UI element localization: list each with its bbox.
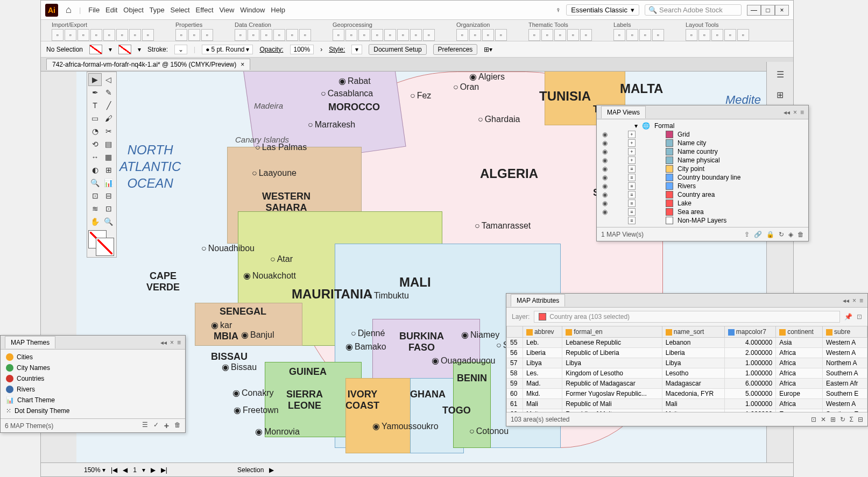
theme-row[interactable]: Cities: [1, 352, 185, 362]
toolbar-button[interactable]: ▫: [724, 29, 736, 41]
refresh-icon[interactable]: ↻: [779, 231, 784, 238]
tool-button[interactable]: ▭: [88, 112, 102, 125]
column-header[interactable]: [507, 326, 523, 338]
visibility-icon[interactable]: ◉: [601, 174, 609, 181]
toolbar-button[interactable]: ▫: [260, 29, 272, 41]
toolbar-button[interactable]: ▫: [52, 29, 63, 41]
home-icon[interactable]: ⌂: [66, 4, 72, 16]
panel-tab[interactable]: MAP Attributes: [511, 294, 565, 307]
tool-icon[interactable]: ✕: [821, 416, 826, 423]
visibility-icon[interactable]: ◉: [601, 131, 609, 138]
toolbar-button[interactable]: ▫: [711, 29, 723, 41]
toolbar-button[interactable]: ▫: [103, 29, 115, 41]
toolbar-button[interactable]: ▫: [410, 29, 422, 41]
menu-file[interactable]: File: [88, 6, 100, 14]
nav-next-icon[interactable]: ▶: [151, 466, 156, 474]
tool-button[interactable]: ↔: [88, 151, 102, 163]
layer-row[interactable]: ◉+Name city: [597, 139, 808, 147]
menu-window[interactable]: Window: [240, 6, 265, 14]
chevron-down-icon[interactable]: ▾: [138, 46, 141, 53]
expand-icon[interactable]: +: [628, 148, 636, 155]
expand-icon[interactable]: ≡: [628, 200, 636, 207]
toolbar-button[interactable]: ▫: [273, 29, 285, 41]
new-icon[interactable]: ◈: [788, 231, 793, 238]
tool-button[interactable]: 🖌: [102, 112, 115, 125]
tool-button[interactable]: 📊: [102, 176, 115, 189]
trash-icon[interactable]: 🗑: [174, 421, 181, 431]
column-header[interactable]: mapcolor7: [724, 326, 775, 338]
tool-button[interactable]: ≋: [88, 202, 102, 215]
toolbar-button[interactable]: ▫: [235, 29, 246, 41]
expand-icon[interactable]: ≡: [628, 208, 636, 216]
align-icon[interactable]: ⊞▾: [484, 46, 492, 53]
visibility-icon[interactable]: ◉: [601, 208, 609, 216]
check-icon[interactable]: ✓: [153, 421, 159, 431]
toolbar-button[interactable]: ▫: [77, 29, 89, 41]
toolbar-button[interactable]: ▫: [469, 29, 481, 41]
expand-icon[interactable]: +: [628, 139, 636, 147]
column-header[interactable]: formal_en: [562, 326, 662, 338]
toolbar-button[interactable]: ▫: [175, 29, 187, 41]
toolbar-button[interactable]: ▫: [201, 29, 213, 41]
table-row[interactable]: 58Les.Kingdom of LesothoLesotho1.000000A…: [507, 368, 867, 379]
close-button[interactable]: ×: [775, 5, 789, 16]
nav-last-icon[interactable]: ▶|: [161, 466, 167, 474]
expand-icon[interactable]: +: [628, 131, 636, 138]
toolbar-button[interactable]: ▫: [65, 29, 76, 41]
layer-row[interactable]: ◉+Name physical: [597, 156, 808, 165]
column-header[interactable]: name_sort: [662, 326, 724, 338]
tool-button[interactable]: ◔: [88, 125, 102, 138]
tool-button[interactable]: T: [88, 99, 102, 112]
toolbar-button[interactable]: ▫: [456, 29, 468, 41]
visibility-icon[interactable]: ◉: [601, 191, 609, 198]
column-header[interactable]: subre: [823, 326, 867, 338]
toolbar-button[interactable]: ▫: [248, 29, 259, 41]
menu-object[interactable]: Object: [123, 6, 144, 14]
expand-icon[interactable]: ≡: [628, 217, 636, 224]
theme-row[interactable]: Rivers: [1, 384, 185, 395]
tool-button[interactable]: ▦: [102, 151, 115, 163]
toolbar-button[interactable]: ▫: [554, 29, 566, 41]
visibility-icon[interactable]: ◉: [601, 148, 609, 155]
theme-row[interactable]: City Names: [1, 362, 185, 373]
visibility-icon[interactable]: ◉: [601, 156, 609, 164]
toolbar-button[interactable]: ▫: [495, 29, 507, 41]
menu-icon[interactable]: ≡: [800, 109, 804, 116]
toolbar-button[interactable]: ▫: [423, 29, 435, 41]
layer-row[interactable]: ◉≡Sea area: [597, 208, 808, 216]
menu-icon[interactable]: ≡: [859, 297, 863, 304]
tool-button[interactable]: ◐: [88, 163, 102, 176]
visibility-icon[interactable]: ◉: [601, 139, 609, 147]
layer-row[interactable]: ◉+Name country: [597, 147, 808, 156]
expand-icon[interactable]: ≡: [628, 191, 636, 198]
menu-icon[interactable]: ≡: [177, 339, 181, 346]
panel-tab[interactable]: MAP Themes: [5, 336, 55, 348]
toolbar-button[interactable]: ▫: [384, 29, 396, 41]
toolbar-button[interactable]: ▫: [188, 29, 200, 41]
stroke-weight-input[interactable]: ⌄: [174, 45, 187, 54]
layer-selector[interactable]: Country area (103 selected): [534, 311, 840, 323]
toolbar-button[interactable]: ▫: [90, 29, 102, 41]
tool-icon[interactable]: ↻: [840, 416, 845, 423]
nav-prev-icon[interactable]: ◀: [123, 466, 128, 474]
zoom-input[interactable]: 150% ▾: [84, 466, 105, 474]
add-icon[interactable]: +: [164, 421, 169, 431]
fill-swatch[interactable]: [89, 45, 102, 54]
table-row[interactable]: 55Leb.Lebanese RepublicLebanon4.000000As…: [507, 338, 867, 348]
brush-def-input[interactable]: ● 5 pt. Round ▾: [202, 45, 253, 54]
document-setup-button[interactable]: Document Setup: [369, 44, 426, 55]
menu-select[interactable]: Select: [171, 6, 190, 14]
toolbar-button[interactable]: ▫: [286, 29, 298, 41]
layer-row[interactable]: ◉+Grid: [597, 130, 808, 139]
tool-button[interactable]: ✎: [102, 86, 115, 99]
table-row[interactable]: 59Mad.Republic of MadagascarMadagascar6.…: [507, 379, 867, 389]
page-input[interactable]: 1: [133, 466, 137, 474]
toolbar-button[interactable]: ▫: [580, 29, 592, 41]
tool-button[interactable]: ⊡: [88, 189, 102, 202]
collapse-icon[interactable]: ◂◂: [843, 297, 849, 304]
list-icon[interactable]: ☰: [142, 421, 148, 431]
close-icon[interactable]: ×: [852, 297, 856, 304]
toolbar-button[interactable]: ▫: [142, 29, 154, 41]
tool-icon[interactable]: Σ: [850, 416, 853, 423]
collapse-icon[interactable]: ◂◂: [160, 339, 167, 346]
